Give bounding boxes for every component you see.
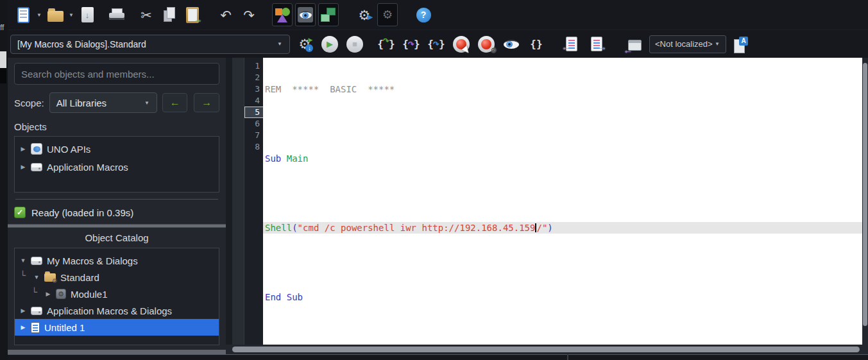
library-selector[interactable]: [My Macros & Dialogs].Standard ▼ xyxy=(10,35,290,54)
expand-icon[interactable]: ▶ xyxy=(20,307,26,314)
gear-badge-icon: ⚙ xyxy=(490,46,497,55)
vertical-scrollbar[interactable] xyxy=(862,58,868,345)
toggle-breakpoint-button[interactable] xyxy=(451,33,472,56)
expand-icon[interactable]: ▶ xyxy=(45,291,51,297)
enable-watch-button[interactable] xyxy=(501,33,522,56)
macro-toolbar: [My Macros & Dialogs].Standard ▼ ⚙ ▶ ↓ ▶… xyxy=(8,30,868,58)
paste-button[interactable]: → xyxy=(182,3,203,26)
code-line-4 xyxy=(263,187,862,199)
run-button[interactable]: ▶ xyxy=(319,33,340,56)
tree-item-label: My Macros & Dialogs xyxy=(47,255,138,266)
step-out-button[interactable]: {↷} xyxy=(426,33,447,56)
code-line-7: End Sub xyxy=(263,291,862,303)
manage-language-button[interactable]: A xyxy=(731,33,751,56)
help-button[interactable]: ? xyxy=(413,3,434,26)
sidebar-bottom-splitter[interactable] xyxy=(8,350,226,354)
stop-glyph: ■ xyxy=(352,39,357,49)
line-number: 4 xyxy=(244,95,263,107)
scope-value: All Libraries xyxy=(56,98,106,108)
objects-section-label: Objects xyxy=(14,121,219,132)
background-window-fragment-dark xyxy=(0,68,6,83)
print-button[interactable] xyxy=(106,3,127,26)
catalog-item-my-macros[interactable]: ▼ My Macros & Dialogs xyxy=(15,252,219,269)
tree-connector: └ xyxy=(20,270,29,280)
horizontal-scrollbar-thumb[interactable] xyxy=(232,347,860,352)
copy-button[interactable] xyxy=(159,3,180,26)
navigate-back-button[interactable]: ← xyxy=(162,93,188,112)
library-selector-arrow[interactable]: ▼ xyxy=(277,41,283,47)
save-button[interactable]: ↓ xyxy=(77,3,98,26)
brace-close-glyph: } xyxy=(414,38,420,50)
gear-play-icon: ⚙ ▶ xyxy=(359,8,371,22)
catalog-item-untitled1[interactable]: ▶ Untitled 1 xyxy=(15,319,219,336)
bottom-status-strip xyxy=(0,354,868,360)
tree-item-label: UNO APIs xyxy=(47,144,90,155)
new-document-button[interactable] xyxy=(13,3,33,26)
expand-icon[interactable]: ▶ xyxy=(20,164,26,170)
comment-token: REM ***** BASIC ***** xyxy=(265,84,395,94)
catalog-item-standard[interactable]: └ ▼ ⚙ Standard xyxy=(15,269,219,286)
status-row: ✓ Ready (loaded in 0.39s) xyxy=(14,205,219,219)
navigate-forward-button[interactable]: → xyxy=(194,93,219,112)
breakpoint-margin[interactable] xyxy=(232,58,244,345)
collapse-icon[interactable]: ▼ xyxy=(33,274,40,280)
play-glyph: ▶ xyxy=(327,39,333,49)
identifier-token: Main xyxy=(281,153,308,164)
settings-gear-icon: ⚙ xyxy=(382,8,393,22)
expand-icon[interactable]: ▶ xyxy=(20,324,26,330)
scope-dropdown[interactable]: All Libraries ▼ xyxy=(49,92,157,113)
library-container-icon xyxy=(31,163,42,171)
new-document-icon xyxy=(17,7,30,23)
vertical-scrollbar-thumb[interactable] xyxy=(863,63,867,326)
localization-selector[interactable]: <Not localized> ▼ xyxy=(649,35,726,53)
object-catalog-tree: ▼ My Macros & Dialogs └ ▼ ⚙ Standard └ ▶… xyxy=(14,248,219,345)
run-settings-button[interactable]: ⚙ ▶ xyxy=(354,3,375,26)
download-badge-icon: ↓ xyxy=(305,44,313,52)
undo-button[interactable]: ↶ xyxy=(216,3,236,26)
search-input[interactable] xyxy=(14,63,219,85)
scope-dropdown-arrow[interactable]: ▼ xyxy=(144,100,150,106)
line-number: 3 xyxy=(244,83,263,95)
tree-item-application-macros[interactable]: ▶ Application Macros xyxy=(15,158,219,176)
line-number: 8 xyxy=(244,141,263,153)
open-dropdown-arrow[interactable]: ▼ xyxy=(68,12,74,18)
show-objects-button[interactable] xyxy=(272,3,293,26)
settings-button[interactable]: ⚙ xyxy=(377,3,398,26)
compile-button[interactable]: ⚙ ▶ ↓ xyxy=(294,33,315,56)
export-dialog-button[interactable]: → xyxy=(586,33,607,56)
redo-button[interactable]: ↷ xyxy=(239,3,259,26)
preview-button[interactable] xyxy=(295,3,316,26)
code-line-2 xyxy=(263,118,862,130)
step-out-icon: {↷} xyxy=(427,38,445,50)
string-token: /" xyxy=(536,223,547,233)
open-button[interactable] xyxy=(45,3,65,26)
collapse-icon[interactable]: ▼ xyxy=(20,257,26,264)
modules-button[interactable] xyxy=(318,3,339,26)
background-window-edge: ff xyxy=(0,0,8,360)
paste-arrow-glyph: → xyxy=(194,15,202,24)
procedure-step-button[interactable]: {↷} xyxy=(376,33,396,56)
catalog-item-module1[interactable]: └ ▶ ⚙ Module1 xyxy=(15,286,219,302)
expand-icon[interactable]: ▶ xyxy=(20,146,26,152)
stop-button[interactable]: ■ xyxy=(345,33,365,56)
forward-arrow-icon: → xyxy=(201,97,212,108)
horizontal-scrollbar[interactable] xyxy=(226,345,868,354)
back-arrow-icon: ← xyxy=(170,97,180,108)
tree-item-label: Module1 xyxy=(71,289,108,300)
tree-item-uno-apis[interactable]: ▶ UNO APIs xyxy=(15,140,219,158)
manage-breakpoints-button[interactable]: ⚙ xyxy=(476,33,497,56)
import-basic-button[interactable]: ← xyxy=(624,33,645,56)
catalog-item-application-macros[interactable]: ▶ Application Macros & Dialogs xyxy=(15,302,219,319)
new-document-dropdown-arrow[interactable]: ▼ xyxy=(36,12,42,18)
code-text-area[interactable]: REM ***** BASIC ***** Sub Main Shell("cm… xyxy=(263,58,862,345)
cut-button[interactable]: ✂ xyxy=(136,3,157,26)
find-parentheses-button[interactable]: {} xyxy=(526,33,547,56)
panel-splitter[interactable] xyxy=(8,224,226,228)
letter-a-badge: A xyxy=(739,37,748,46)
objects-tree: ▶ UNO APIs ▶ Application Macros xyxy=(14,136,219,193)
import-dialog-button[interactable]: ← xyxy=(561,33,582,56)
divider xyxy=(15,199,218,200)
manage-breakpoints-icon: ⚙ xyxy=(478,36,495,53)
single-step-button[interactable]: {↷} xyxy=(401,33,421,56)
localization-arrow[interactable]: ▼ xyxy=(714,41,720,47)
